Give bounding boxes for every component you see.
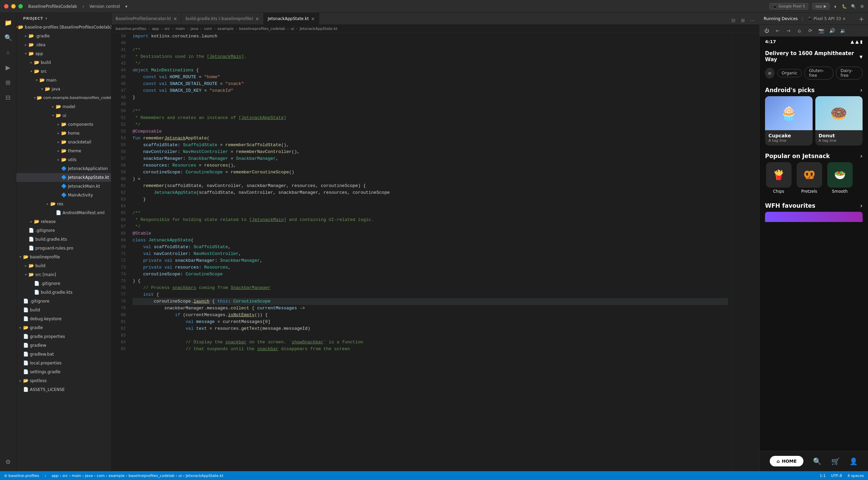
nav-home-button[interactable]: ⌂ HOME: [770, 456, 803, 466]
sidebar-item-home[interactable]: ▸ 📂 home: [16, 129, 111, 138]
split-editor-button[interactable]: ⊟: [729, 16, 737, 24]
sidebar-item-bp-build[interactable]: ▸ 📂 build: [16, 261, 111, 270]
nav-cart-button[interactable]: 🛒: [831, 457, 840, 465]
nav-profile-button[interactable]: 👤: [849, 457, 858, 465]
sidebar-item-model[interactable]: ▸ 📂 model: [16, 102, 111, 111]
popular-arrow-icon[interactable]: ›: [860, 152, 863, 159]
sidebar-item-jetsnack-app[interactable]: 🔷 JetsnackApplication: [16, 164, 111, 173]
run-icon[interactable]: ⏵: [834, 4, 838, 9]
filter-chip-organic[interactable]: Organic: [777, 69, 802, 77]
sidebar-item-app[interactable]: ▾ 📂 app: [16, 49, 111, 58]
back-button[interactable]: ←: [773, 26, 782, 35]
sidebar-item-assets[interactable]: 📄 ASSETS_LICENSE: [16, 385, 111, 394]
sidebar-item-release[interactable]: ▸ 📂 release: [16, 217, 111, 226]
sidebar-item-jetsnack-main[interactable]: 🔷 JetsnackMain.kt: [16, 182, 111, 191]
sidebar-item-bp-gitignore[interactable]: 📄 .gitignore: [16, 279, 111, 288]
sidebar-item-bp-src[interactable]: ▾ 📂 src [main]: [16, 270, 111, 279]
sidebar-item-src[interactable]: ▾ 📂 src: [16, 67, 111, 76]
activity-settings[interactable]: ⚙: [1, 455, 15, 468]
volume-down-button[interactable]: 🔉: [838, 26, 847, 35]
wfh-arrow-icon[interactable]: ›: [860, 202, 863, 209]
tab-build-gradle[interactable]: build.gradle.kts (:baselineprofile) ×: [181, 13, 263, 24]
sidebar-item-proguard[interactable]: 📄 proguard-rules.pro: [16, 244, 111, 253]
androids-picks-arrow-icon[interactable]: ›: [860, 86, 863, 93]
activity-explorer[interactable]: 📁: [1, 16, 15, 29]
sidebar-item-root[interactable]: ▾ 📂 baseline-profiles [BaselineProfilesC…: [16, 23, 111, 32]
close-icon[interactable]: ×: [311, 16, 315, 21]
maximize-button[interactable]: [18, 4, 23, 8]
minimize-button[interactable]: [11, 4, 16, 8]
sidebar-item-main[interactable]: ▾ 📂 main: [16, 76, 111, 85]
forward-button[interactable]: →: [784, 26, 793, 35]
sidebar-item-snackdetail[interactable]: ▸ 📂 snackdetail: [16, 138, 111, 147]
sidebar-item-res[interactable]: ▸ 📂 res: [16, 200, 111, 208]
activity-vcs[interactable]: ⑃: [1, 46, 15, 59]
sidebar-item-root-gitignore[interactable]: 📄 .gitignore: [16, 297, 111, 306]
pick-card-donut[interactable]: 🍩 Donut A tag line: [815, 96, 863, 145]
toggle-layout-button[interactable]: ⊞: [739, 16, 747, 24]
sidebar-item-manifest[interactable]: 📄 AndroidManifest.xml: [16, 208, 111, 217]
power-button[interactable]: ⏻: [762, 26, 771, 35]
close-button[interactable]: [4, 4, 8, 8]
screenshot-button[interactable]: 📷: [817, 26, 826, 35]
activity-terminal[interactable]: ⊟: [1, 90, 15, 104]
device-pill[interactable]: 📱 Google Pixel 5: [769, 3, 808, 10]
pick-card-cupcake[interactable]: 🧁 Cupcake A tag line: [765, 96, 813, 145]
debug-icon[interactable]: 🐛: [842, 4, 847, 9]
sidebar-item-java[interactable]: ▾ 📂 java: [16, 85, 111, 93]
sidebar-item-gitignore1[interactable]: 📄 .gitignore: [16, 226, 111, 235]
sidebar-item-gradle[interactable]: ▸ 📂 .gradle: [16, 32, 111, 40]
app-pill[interactable]: app ▶: [812, 3, 830, 10]
popular-item-chips[interactable]: 🍟 Chips: [765, 162, 792, 194]
settings-icon[interactable]: ⚙: [860, 4, 864, 9]
popular-item-smooth[interactable]: 🥗 Smooth: [826, 162, 853, 194]
sidebar-item-gradle-dir[interactable]: ▸ 📂 gradle: [16, 323, 111, 332]
activity-extensions[interactable]: ⊞: [1, 75, 15, 89]
sidebar-dropdown-icon[interactable]: ▾: [45, 16, 47, 21]
sidebar-item-build2[interactable]: 📄 build: [16, 306, 111, 314]
close-icon[interactable]: ×: [173, 16, 177, 21]
sidebar-item-build[interactable]: ▸ 📂 build: [16, 58, 111, 67]
pixel-tab[interactable]: 📱 Pixel 5 API 33 ×: [807, 16, 846, 21]
filter-chip-dairy[interactable]: Dairy-free: [836, 67, 863, 80]
search-icon[interactable]: 🔍: [851, 4, 856, 9]
nav-search-button[interactable]: 🔍: [813, 457, 821, 465]
tab-jetsnack-appstate[interactable]: JetsnackAppState.kt ×: [264, 13, 319, 24]
version-control[interactable]: Version control: [89, 4, 120, 9]
more-actions-button[interactable]: ⋯: [748, 16, 757, 24]
sidebar-item-ui[interactable]: ▾ 📂 ui: [16, 111, 111, 120]
sidebar-item-spotless[interactable]: ▸ 📂 spotless: [16, 376, 111, 385]
sidebar-item-bp-gradle[interactable]: 📄 build.gradle.kts: [16, 288, 111, 297]
sidebar-item-baselineprofile[interactable]: ▾ 📂 baselineprofile: [16, 253, 111, 261]
sidebar-item-gradlew-bat[interactable]: 📄 gradlew.bat: [16, 350, 111, 359]
home-button[interactable]: ⌂: [795, 26, 804, 35]
sidebar-item-idea[interactable]: ▸ 📂 .idea: [16, 40, 111, 49]
popular-item-pretzels[interactable]: 🥨 Pretzels: [796, 162, 823, 194]
sidebar-item-settings-gradle[interactable]: 📄 settings.gradle: [16, 367, 111, 376]
sidebar-item-utils[interactable]: ▸ 📂 utils: [16, 155, 111, 164]
close-pixel-icon[interactable]: ×: [843, 16, 846, 21]
activity-run[interactable]: ▶: [1, 61, 15, 74]
sidebar-item-local-props[interactable]: 📄 local.properties: [16, 359, 111, 367]
filter-icon[interactable]: ≡: [765, 68, 775, 79]
filter-chip-gluten[interactable]: Gluten-free: [804, 67, 833, 80]
sidebar-item-gradlew[interactable]: 📄 gradlew: [16, 341, 111, 350]
sidebar-item-debug-keystore[interactable]: 📄 debug.keystore: [16, 314, 111, 323]
sidebar-item-mainactivity[interactable]: 🔷 MainActivity: [16, 191, 111, 200]
running-devices-tab[interactable]: Running Devices: [764, 16, 798, 21]
activity-search[interactable]: 🔍: [1, 31, 15, 44]
sidebar-item-theme[interactable]: ▸ 📂 theme: [16, 147, 111, 155]
sidebar-item-build-gradle[interactable]: 📄 build.gradle.kts: [16, 235, 111, 244]
sidebar-item-jetsnack-appstate[interactable]: 🔷 JetsnackAppState.kt: [16, 173, 111, 182]
code-content[interactable]: import kotlinx.coroutines.launch /** * D…: [128, 33, 732, 471]
app-content[interactable]: Delivery to 1600 Amphitheater Way ▾ ≡ Or…: [760, 46, 868, 451]
volume-up-button[interactable]: 🔊: [828, 26, 836, 35]
tab-baselineprofile-generator[interactable]: BaselineProfileGenerator.kt ×: [111, 13, 181, 24]
sidebar-item-gradle-props[interactable]: 📄 gradle.properties: [16, 332, 111, 341]
close-icon[interactable]: ×: [255, 16, 259, 21]
sidebar-item-package[interactable]: ▾ 📂 com.example.baselineprofiles_codel: [16, 93, 111, 102]
add-device-icon[interactable]: +: [859, 15, 864, 22]
delivery-chevron-down-icon[interactable]: ▾: [860, 53, 863, 60]
sidebar-item-components[interactable]: ▸ 📂 components: [16, 120, 111, 129]
rotate-button[interactable]: ⟳: [806, 26, 815, 35]
